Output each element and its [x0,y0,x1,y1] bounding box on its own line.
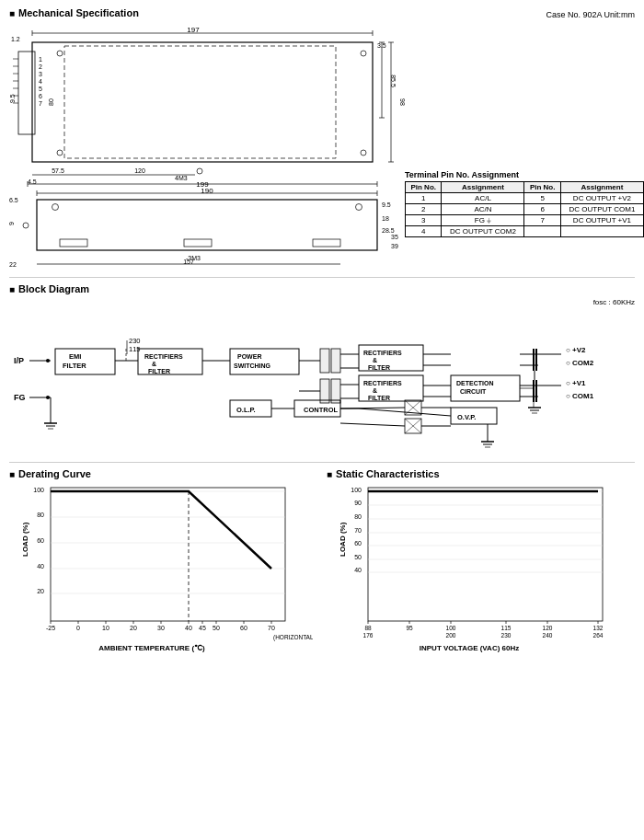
svg-text:FILTER: FILTER [368,364,390,371]
svg-point-17 [57,51,63,56]
svg-point-72 [46,359,50,362]
svg-text:FILTER: FILTER [148,368,170,374]
bottom-sections: Derating Curve 100 80 60 40 20 -25 0 [9,468,635,655]
svg-text:O.L.P.: O.L.P. [236,406,256,414]
svg-text:FILTER: FILTER [368,395,390,401]
svg-point-54 [23,223,29,228]
svg-text:RECTIFIERS: RECTIFIERS [363,380,402,386]
svg-text:18: 18 [382,215,389,222]
svg-text:-25: -25 [46,625,55,631]
svg-text:SWITCHING: SWITCHING [234,362,271,369]
svg-point-53 [356,204,362,211]
svg-text:(HORIZONTAL): (HORIZONTAL) [273,634,313,641]
static-chart: 100 90 80 70 60 50 40 88 176 95 [327,483,630,653]
svg-text:1.2: 1.2 [11,36,20,42]
svg-text:60: 60 [354,540,362,547]
svg-text:○ +V1: ○ +V1 [566,379,586,387]
svg-text:○ COM2: ○ COM2 [566,359,594,367]
svg-text:98: 98 [399,98,405,106]
svg-text:4: 4 [39,78,42,85]
svg-text:7: 7 [39,100,42,107]
svg-point-19 [361,51,366,56]
svg-text:230: 230 [501,632,512,639]
section-title-block: Block Diagram [9,283,635,294]
svg-text:5: 5 [39,86,42,92]
svg-text:115: 115 [501,625,512,631]
side-view-drawing: -3M3 190 6.5 22 157 9 9.5 18 28.5 35 39 [9,189,405,271]
svg-text:○ +V2: ○ +V2 [566,346,586,354]
svg-text:199: 199 [196,180,209,187]
fosc-label: fosc : 60KHz [9,298,635,306]
svg-text:45: 45 [199,625,206,631]
svg-point-18 [57,150,63,155]
svg-rect-51 [313,239,340,247]
svg-text:RECTIFIERS: RECTIFIERS [363,350,402,356]
svg-text:132: 132 [593,625,604,631]
svg-text:RECTIFIERS: RECTIFIERS [144,353,183,360]
svg-rect-48 [37,200,377,250]
svg-text:I/P: I/P [14,356,24,365]
svg-text:3: 3 [39,71,42,77]
svg-rect-49 [60,239,87,247]
svg-text:6: 6 [39,93,42,99]
col-pinno2: Pin No. [524,182,560,193]
svg-text:9.5: 9.5 [9,94,16,103]
svg-text:FILTER: FILTER [63,362,86,370]
svg-text:20: 20 [130,625,137,631]
svg-text:60: 60 [240,625,247,631]
case-info: Case No. 902A Unit:mm [546,10,635,19]
svg-line-153 [340,423,405,426]
svg-text:&: & [373,387,377,394]
table-row: 4DC OUTPUT COM2 [406,226,644,237]
svg-text:10: 10 [102,625,109,631]
svg-text:&: & [152,361,156,367]
svg-text:80: 80 [37,512,44,518]
svg-text:240: 240 [543,632,553,639]
svg-text:176: 176 [363,632,374,639]
svg-text:CIRCUIT: CIRCUIT [460,388,487,395]
svg-text:6.5: 6.5 [9,197,18,203]
svg-text:40: 40 [354,567,362,573]
terminal-table-wrap: Terminal Pin No. Assignment Pin No. Assi… [405,170,644,237]
svg-text:100: 100 [33,487,44,493]
svg-text:20: 20 [37,588,44,594]
svg-rect-1 [64,46,336,158]
svg-text:4M3: 4M3 [175,175,188,181]
svg-text:O.V.P.: O.V.P. [457,413,476,421]
svg-text:40: 40 [37,563,44,570]
section-title-static: Static Characteristics [327,468,635,479]
svg-text:FG: FG [14,393,26,402]
svg-rect-0 [32,42,373,162]
svg-text:3.5: 3.5 [377,42,386,49]
svg-text:40: 40 [185,625,192,631]
svg-text:LOAD (%): LOAD (%) [21,522,29,557]
svg-text:9.5: 9.5 [382,201,391,208]
svg-text:200: 200 [446,632,456,639]
svg-text:AMBIENT TEMPERATURE (℃): AMBIENT TEMPERATURE (℃) [98,644,205,652]
svg-text:&: & [373,357,377,363]
svg-point-20 [361,150,366,155]
svg-text:CONTROL: CONTROL [304,406,338,414]
svg-text:1: 1 [39,56,42,63]
col-pinno1: Pin No. [406,182,442,193]
terminal-title: Terminal Pin No. Assignment [405,170,644,179]
svg-text:264: 264 [593,632,604,639]
svg-text:INPUT VOLTAGE (VAC) 60Hz: INPUT VOLTAGE (VAC) 60Hz [420,644,519,652]
table-row: 1AC/L5DC OUTPUT +V2 [406,193,644,204]
svg-text:LOAD (%): LOAD (%) [339,522,347,557]
terminal-table: Pin No. Assignment Pin No. Assignment 1A… [405,181,644,237]
svg-text:90: 90 [354,500,362,506]
section-title-mech: Mechanical Specification [9,7,139,18]
divider1 [9,277,635,278]
svg-text:0: 0 [76,625,80,631]
svg-point-21 [197,168,202,174]
svg-text:100: 100 [351,487,362,493]
svg-text:DETECTION: DETECTION [456,380,493,386]
svg-text:39: 39 [391,243,398,249]
svg-rect-97 [320,349,329,373]
svg-text:60: 60 [37,537,44,544]
svg-text:157: 157 [183,259,194,265]
svg-text:EMI: EMI [69,352,81,361]
top-view-drawing: 1 2 3 4 5 6 7 4M3 197 85.5 98 1.2 9.5 [9,26,405,187]
svg-text:70: 70 [354,527,362,534]
